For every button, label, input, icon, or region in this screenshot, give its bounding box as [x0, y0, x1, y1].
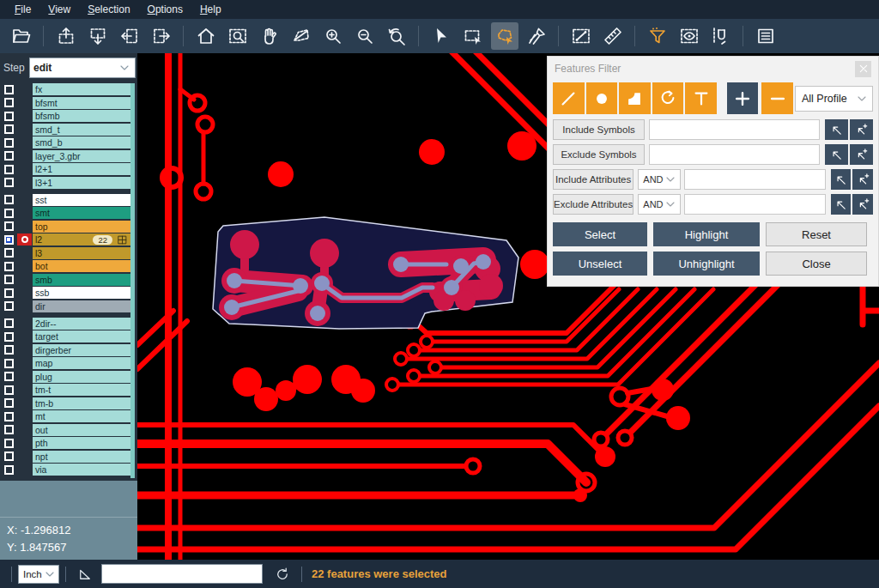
layer-name-sst[interactable]: sst: [33, 194, 130, 206]
reset-button[interactable]: Reset: [766, 222, 867, 246]
layer-row-npt[interactable]: npt: [0, 451, 130, 463]
layer-row-l2[interactable]: l222: [0, 233, 130, 246]
measure-button[interactable]: [567, 22, 595, 50]
add-filter-button[interactable]: [727, 82, 759, 114]
features-filter-button[interactable]: [644, 22, 671, 50]
select-polygon-button[interactable]: [491, 22, 518, 50]
layer-indicator-slot[interactable]: [17, 150, 32, 162]
layer-indicator-slot[interactable]: [17, 194, 32, 206]
layer-name-2dir--[interactable]: 2dir--: [33, 318, 130, 330]
layer-name-smd_t[interactable]: smd_t: [33, 124, 130, 136]
open-button[interactable]: [8, 22, 35, 50]
select-cursor-button[interactable]: [427, 22, 455, 50]
operator-select[interactable]: AND: [638, 194, 680, 215]
pick-from-canvas-button[interactable]: [825, 144, 848, 165]
include-symbols-button[interactable]: Include Symbols: [553, 119, 645, 140]
layer-row-l3[interactable]: l3: [0, 247, 130, 259]
layer-indicator-slot[interactable]: [17, 221, 32, 233]
layer-checkbox-l3+1[interactable]: [4, 178, 14, 187]
active-layer-indicator[interactable]: [17, 233, 32, 246]
layer-name-target[interactable]: target: [33, 330, 130, 342]
layer-name-bfsmt[interactable]: bfsmt: [33, 97, 130, 109]
layer-indicator-slot[interactable]: [17, 207, 32, 219]
layer-indicator-slot[interactable]: [17, 247, 32, 259]
layer-checkbox-l3[interactable]: [4, 248, 14, 258]
layer-indicator-slot[interactable]: [17, 451, 32, 463]
layer-name-pth[interactable]: pth: [33, 437, 130, 449]
include-symbols-input[interactable]: [649, 119, 820, 140]
layer-row-fx[interactable]: fx: [0, 83, 130, 95]
layer-name-npt[interactable]: npt: [33, 451, 130, 463]
operator-select[interactable]: AND: [638, 169, 680, 190]
layer-indicator-slot[interactable]: [17, 384, 32, 396]
move-up-button[interactable]: [52, 22, 80, 50]
layer-name-plug[interactable]: plug: [33, 371, 130, 383]
layer-name-mt[interactable]: mt: [33, 410, 130, 422]
layer-checkbox-sst[interactable]: [4, 195, 14, 204]
zoom-window-button[interactable]: [224, 22, 252, 50]
menu-item-options[interactable]: Options: [140, 2, 191, 17]
filter-pads-button[interactable]: [586, 82, 618, 114]
layer-name-tm-b[interactable]: tm-b: [33, 397, 130, 409]
layer-row-out[interactable]: out: [0, 424, 130, 436]
grid-icon[interactable]: [117, 234, 128, 246]
layer-name-via[interactable]: via: [33, 464, 130, 476]
layer-row-via[interactable]: via: [0, 464, 130, 476]
filter-texts-button[interactable]: [685, 82, 717, 114]
units-select[interactable]: Inch: [18, 565, 59, 584]
menu-item-file[interactable]: File: [7, 2, 39, 17]
layer-name-bfsmb[interactable]: bfsmb: [33, 110, 130, 122]
layer-indicator-slot[interactable]: [17, 83, 32, 95]
layer-name-out[interactable]: out: [33, 424, 130, 436]
layer-row-bot[interactable]: bot: [0, 260, 130, 272]
layer-checkbox-target[interactable]: [4, 332, 14, 342]
layer-name-smb[interactable]: smb: [33, 274, 130, 286]
exclude-symbols-input[interactable]: [649, 144, 820, 165]
layer-name-dirgerber[interactable]: dirgerber: [33, 344, 130, 356]
layer-checkbox-tm-b[interactable]: [4, 398, 14, 408]
layer-indicator-slot[interactable]: [17, 177, 32, 189]
layer-indicator-slot[interactable]: [17, 424, 32, 436]
layer-checkbox-l2+1[interactable]: [4, 165, 14, 174]
layer-indicator-slot[interactable]: [17, 163, 32, 175]
menu-item-view[interactable]: View: [40, 2, 78, 17]
layer-checkbox-out[interactable]: [4, 425, 14, 434]
layer-row-l3+1[interactable]: l3+1: [0, 177, 130, 189]
layer-indicator-slot[interactable]: [17, 136, 32, 149]
layer-checkbox-bfsmb[interactable]: [4, 112, 14, 121]
pick-add-from-canvas-button[interactable]: [852, 169, 873, 190]
layer-checkbox-dir[interactable]: [4, 301, 14, 311]
layer-indicator-slot[interactable]: [17, 110, 32, 122]
exclude-symbols-button[interactable]: Exclude Symbols: [553, 144, 645, 165]
pick-from-canvas-button[interactable]: [831, 169, 852, 190]
layer-checkbox-smd_t[interactable]: [4, 124, 14, 134]
layer-row-mt[interactable]: mt: [0, 410, 130, 422]
step-right-button[interactable]: [148, 22, 175, 50]
layer-checkbox-dirgerber[interactable]: [4, 345, 14, 355]
highlight-button[interactable]: Highlight: [653, 222, 760, 246]
layer-name-tm-t[interactable]: tm-t: [33, 384, 130, 396]
layer-indicator-slot[interactable]: [17, 397, 32, 409]
command-input[interactable]: [101, 564, 263, 584]
layer-indicator-slot[interactable]: [17, 437, 32, 449]
snap-button[interactable]: [707, 22, 735, 50]
layer-row-dir[interactable]: dir: [0, 300, 130, 312]
layer-checkbox-layer_3.gbr[interactable]: [4, 151, 14, 161]
dialog-titlebar[interactable]: Features Filter: [548, 57, 878, 81]
refresh-icon[interactable]: [275, 567, 290, 582]
layer-row-l2+1[interactable]: l2+1: [0, 163, 130, 175]
filter-lines-button[interactable]: [553, 82, 585, 114]
layer-row-dirgerber[interactable]: dirgerber: [0, 344, 130, 356]
close-button[interactable]: Close: [766, 252, 867, 276]
layer-row-plug[interactable]: plug: [0, 371, 130, 383]
layer-checkbox-tm-t[interactable]: [4, 385, 14, 395]
layer-name-smd_b[interactable]: smd_b: [33, 136, 130, 149]
pick-add-from-canvas-button[interactable]: [850, 119, 873, 140]
layer-checkbox-via[interactable]: [4, 465, 14, 475]
layer-checkbox-pth[interactable]: [4, 439, 14, 448]
layer-row-top[interactable]: top: [0, 221, 130, 233]
layer-checkbox-l2[interactable]: [4, 235, 14, 245]
unhighlight-button[interactable]: Unhighlight: [653, 252, 760, 276]
clean-button[interactable]: [523, 22, 550, 50]
layer-indicator-slot[interactable]: [17, 464, 32, 476]
